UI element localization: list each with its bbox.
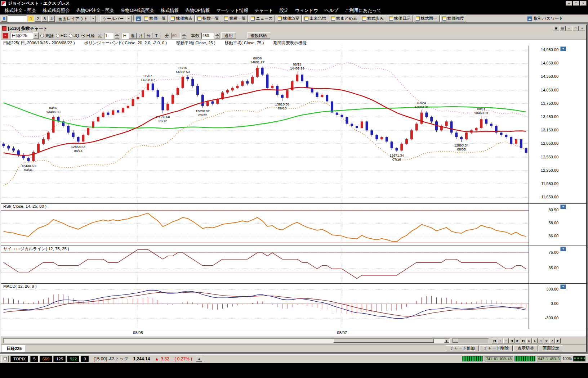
chart-window-button-2[interactable]: ─ — [566, 26, 572, 31]
panel-dropdown-main[interactable]: ▼ — [560, 46, 566, 51]
menu-item-11[interactable]: ご利用にあたって — [342, 6, 385, 15]
market-radio-2[interactable]: JQ — [69, 33, 79, 38]
index-name-box[interactable]: TOPIX — [10, 356, 28, 362]
toolbar-button-1[interactable]: 株価格表 — [169, 15, 195, 22]
layout-quick-button-2[interactable]: 2 — [35, 16, 41, 22]
panel-dropdown-macd[interactable]: ▼ — [560, 284, 566, 289]
code-input[interactable] — [8, 15, 27, 22]
panel-dropdown-rsi[interactable]: ▼ — [560, 204, 566, 209]
minute-input[interactable] — [171, 33, 181, 39]
chart-window-button-1[interactable]: ▤ — [560, 26, 566, 31]
bar-interval-input[interactable] — [104, 33, 113, 39]
toolbar-button-8[interactable]: 株式歩み — [360, 15, 386, 22]
chart-nav-button-11[interactable]: ▶ — [555, 338, 561, 343]
splitter-icon[interactable]: ◀▶ — [136, 16, 141, 21]
zoom-scrollbar[interactable] — [452, 338, 489, 343]
apply-button[interactable]: 適用 — [221, 32, 236, 39]
layout-quick-button-3[interactable]: 3 — [41, 16, 48, 22]
chart-nav-button-2[interactable]: − — [503, 338, 509, 343]
spin-up-button[interactable]: ▲ — [182, 33, 186, 36]
ticker-expand-button[interactable]: ▲ — [196, 356, 202, 362]
chart-nav-button-5[interactable]: ▶| — [521, 338, 526, 343]
toolbar-button-11[interactable]: 株価強度 — [440, 15, 466, 22]
toolbar-button-3[interactable]: 業種一覧 — [222, 15, 248, 22]
menu-item-10[interactable]: ヘルプ — [321, 6, 342, 15]
chart-nav-button-6[interactable]: D — [526, 338, 532, 343]
window-icon-button[interactable] — [1, 16, 7, 22]
chart-nav-button-7[interactable]: L — [532, 338, 538, 343]
chart-window-button-3[interactable]: □ — [573, 26, 579, 31]
spin-down-button[interactable]: ▼ — [215, 36, 219, 39]
menu-item-2[interactable]: 先物OP注文・照会 — [73, 6, 118, 15]
spin-up-button[interactable]: ▲ — [215, 33, 219, 36]
screen-layout-label[interactable]: 画面レイアウト — [56, 15, 90, 22]
spin-up-button[interactable]: ▲ — [115, 33, 119, 36]
period-button-2[interactable]: 月 — [137, 33, 144, 39]
market-radio-0[interactable]: 東証 — [40, 33, 54, 39]
scrollbar-thumb[interactable] — [333, 339, 433, 343]
menu-item-6[interactable]: マーケット情報 — [213, 6, 251, 15]
toolbar-button-9[interactable]: 株価日記 — [387, 15, 413, 22]
horizontal-scrollbar[interactable]: ▶ — [3, 338, 450, 343]
footer-button-0[interactable]: チャート追加 — [446, 345, 479, 351]
rsi-chart[interactable] — [1, 204, 529, 246]
market-radio-1[interactable]: HC — [56, 33, 67, 38]
market-radio-3[interactable]: 日経 — [81, 33, 95, 39]
footer-button-1[interactable]: チャート削除 — [480, 345, 513, 351]
menu-item-5[interactable]: 先物OP情報 — [182, 6, 213, 15]
period-button-0[interactable]: 日 — [121, 33, 129, 39]
menu-item-9[interactable]: ウィンドウ — [292, 6, 321, 15]
trade-password-label[interactable]: 取引パスワード — [534, 16, 563, 21]
layout-quick-button-1[interactable]: 1 — [28, 16, 34, 22]
toolbar-button-10[interactable]: 株式同一 — [414, 15, 440, 22]
toolbar-button-0[interactable]: 株価一覧 — [142, 15, 168, 22]
toolbar-button-4[interactable]: ニュース — [249, 15, 275, 22]
spin-down-button[interactable]: ▼ — [182, 36, 186, 39]
splitter-icon[interactable]: ◀▶ — [527, 16, 532, 21]
symbol-value[interactable]: 日経225 — [10, 33, 33, 39]
toolbar-button-5[interactable]: 株価急変 — [276, 15, 302, 22]
spin-down-button[interactable]: ▼ — [115, 36, 119, 39]
status-icon-button[interactable] — [1, 356, 9, 362]
chart-type-icon[interactable]: ⌁ — [3, 33, 8, 39]
toolbar-button-7[interactable]: 株まとめ表 — [329, 15, 359, 22]
chart-window-button-0[interactable]: ▣ — [553, 26, 559, 31]
menu-item-1[interactable]: 株式残高照会 — [40, 6, 73, 15]
period-button-1[interactable]: 週 — [129, 33, 137, 39]
panel-dropdown-psych[interactable]: ▼ — [560, 247, 566, 251]
toolbar-dropdown-label[interactable]: ツールバー — [100, 15, 126, 22]
chart-nav-button-9[interactable]: ⊕ — [544, 338, 549, 343]
footer-button-3[interactable]: 画面設定 — [539, 345, 563, 351]
menu-item-3[interactable]: 先物OP残高照会 — [117, 6, 157, 15]
scroll-right-button[interactable]: ▶ — [444, 339, 449, 343]
layout-quick-button-4[interactable]: 4 — [48, 16, 55, 22]
toolbar-dropdown-arrow[interactable]: ▼ — [126, 15, 132, 22]
multi-symbol-button[interactable]: 複数銘柄 — [247, 32, 270, 39]
symbol-dropdown-arrow[interactable]: ▼ — [33, 32, 39, 39]
tab-nikkei225[interactable]: 日経225 — [2, 345, 26, 352]
menu-item-8[interactable]: 設定 — [276, 6, 292, 15]
toolbar-button-2[interactable]: 指数一覧 — [195, 15, 221, 22]
menu-item-4[interactable]: 株式情報 — [157, 6, 182, 15]
bar-count-input[interactable] — [201, 33, 214, 39]
chart-nav-button-1[interactable]: ＋ — [498, 338, 503, 343]
maximize-button[interactable]: □ — [573, 1, 579, 6]
chart-window-button-4[interactable]: × — [579, 26, 585, 31]
psychological-line-chart[interactable] — [1, 246, 529, 284]
screen-layout-arrow[interactable]: ▼ — [90, 15, 96, 22]
footer-button-2[interactable]: 表示切替 — [513, 345, 538, 351]
chart-nav-button-3[interactable]: ◀ — [509, 338, 514, 343]
chart-nav-button-4[interactable]: ▶ — [515, 338, 520, 343]
chart-nav-button-0[interactable]: |◀ — [492, 338, 497, 343]
period-button-4[interactable]: T — [153, 33, 160, 39]
chart-nav-button-10[interactable]: ✕ — [549, 338, 555, 343]
close-button[interactable]: × — [580, 1, 587, 6]
macd-chart[interactable] — [1, 284, 529, 329]
chart-nav-button-8[interactable]: R — [538, 338, 543, 343]
toolbar-button-6[interactable]: 出来急増 — [302, 15, 328, 22]
menu-item-7[interactable]: チャート — [251, 6, 276, 15]
period-button-3[interactable]: 分 — [145, 33, 152, 39]
menu-item-0[interactable]: 株式注文・照会 — [1, 6, 40, 15]
minimize-button[interactable]: ─ — [566, 1, 572, 6]
candlestick-chart[interactable]: 12430.6303/3104/0713486.3012858.6304/140… — [1, 46, 529, 203]
